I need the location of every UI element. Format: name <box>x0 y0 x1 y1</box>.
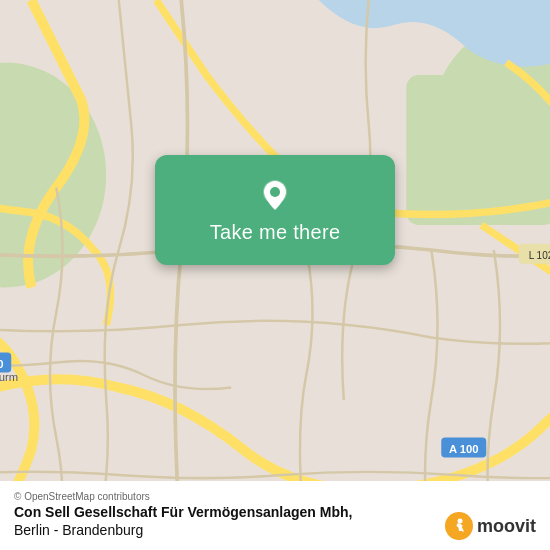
bottom-bar: © OpenStreetMap contributors Con Sell Ge… <box>0 481 550 550</box>
svg-rect-3 <box>406 75 550 225</box>
svg-point-23 <box>457 519 462 524</box>
svg-point-22 <box>270 187 280 197</box>
moovit-logo: moovit <box>445 512 536 540</box>
person-walking-icon <box>450 517 468 535</box>
map-container: A 100 A 100 A 100 L 1000 L 1020 B 2;B 5 … <box>0 0 550 550</box>
attribution-text: © OpenStreetMap contributors <box>14 491 536 502</box>
moovit-logo-text: moovit <box>477 516 536 537</box>
take-me-there-label: Take me there <box>210 221 341 244</box>
location-pin-icon <box>257 177 293 213</box>
svg-text:A 100: A 100 <box>449 443 479 455</box>
moovit-logo-icon <box>445 512 473 540</box>
svg-text:eieck Funkturm: eieck Funkturm <box>0 371 18 383</box>
take-me-there-button[interactable]: Take me there <box>155 155 395 265</box>
svg-text:A 100: A 100 <box>0 358 4 370</box>
map-background: A 100 A 100 A 100 L 1000 L 1020 B 2;B 5 … <box>0 0 550 550</box>
svg-text:L 1020: L 1020 <box>529 250 550 261</box>
